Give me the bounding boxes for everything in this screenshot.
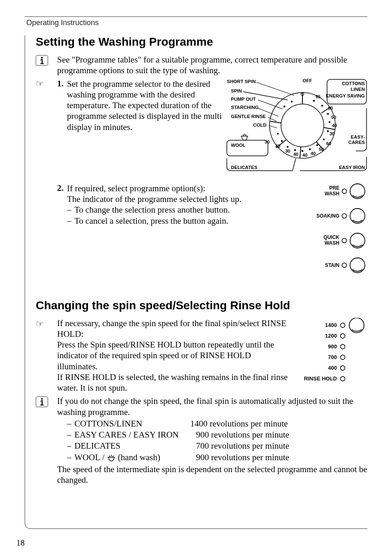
svg-point-70 <box>342 238 347 243</box>
svg-text:EASY-: EASY- <box>350 134 365 139</box>
svg-text:QUICK: QUICK <box>323 234 339 240</box>
svg-text:COTTONS: COTTONS <box>342 81 365 86</box>
spin-speed-diagram: 1400 1200 900 700 400 RINSE HOLD <box>289 318 367 394</box>
intro-text: See "Programme tables" for a suitable pr… <box>57 54 367 76</box>
def-cottons-value: 1400 revolutions per minute <box>190 418 288 429</box>
svg-text:PUMP OUT: PUMP OUT <box>231 97 256 102</box>
svg-text:PRE: PRE <box>329 185 339 191</box>
svg-point-85 <box>341 366 345 370</box>
svg-point-20 <box>302 150 304 152</box>
svg-text:WASH: WASH <box>325 240 339 246</box>
svg-point-77 <box>349 318 364 333</box>
svg-text:STAIN: STAIN <box>325 262 339 268</box>
svg-text:30: 30 <box>265 139 270 144</box>
svg-text:40: 40 <box>275 144 280 148</box>
svg-text:CARES: CARES <box>348 140 365 145</box>
svg-point-66 <box>342 213 347 218</box>
svg-line-9 <box>300 147 301 158</box>
svg-text:DELICATES: DELICATES <box>231 165 258 170</box>
tail-text: The speed of the intermediate spin is de… <box>57 464 367 486</box>
svg-text:WASH: WASH <box>325 191 339 197</box>
svg-point-3 <box>281 104 324 147</box>
svg-point-19 <box>309 148 311 150</box>
step-2-bullet-cancel: To cancel a selection, press the button … <box>74 215 228 227</box>
svg-point-63 <box>342 189 347 193</box>
svg-point-18 <box>316 144 318 146</box>
svg-point-16 <box>327 130 329 132</box>
svg-text:ENERGY SAVING: ENERGY SAVING <box>326 93 365 98</box>
svg-text:EASY IRON: EASY IRON <box>339 165 365 170</box>
svg-point-76 <box>341 323 345 327</box>
svg-text:900: 900 <box>328 343 337 349</box>
pointer-icon: ☞ <box>36 320 44 329</box>
svg-point-67 <box>350 208 365 223</box>
svg-point-73 <box>342 263 347 267</box>
svg-text:50: 50 <box>319 147 324 152</box>
svg-text:60: 60 <box>326 141 331 146</box>
step-1-number: 1. <box>57 79 67 89</box>
svg-text:OFF: OFF <box>303 78 312 83</box>
def-wool-label: WOOL / (hand wash) <box>74 452 160 463</box>
svg-point-25 <box>291 100 293 102</box>
svg-text:60: 60 <box>328 106 333 111</box>
svg-text:SHORT SPIN: SHORT SPIN <box>227 79 256 84</box>
svg-point-81 <box>341 344 345 349</box>
def-easycares-label: EASY CARES / EASY IRON <box>74 429 179 440</box>
programme-dial-diagram: SHORT SPIN SPIN PUMP OUT STARCHING GENTL… <box>226 76 367 175</box>
info-spin-default-text: If you do not change the spin speed, the… <box>57 396 367 417</box>
svg-text:40: 40 <box>302 153 307 158</box>
step-2-bullet-change: To change the selection press another bu… <box>74 204 230 215</box>
svg-point-71 <box>350 233 365 248</box>
svg-point-83 <box>341 355 345 359</box>
def-cottons-label: COTTONS/LINEN <box>74 418 142 429</box>
svg-text:SOAKING: SOAKING <box>316 213 339 219</box>
heading-setting-programme: Setting the Washing Programme <box>36 35 367 49</box>
svg-line-27 <box>256 82 294 95</box>
svg-text:SPIN: SPIN <box>231 88 242 93</box>
step-2-number: 2. <box>57 183 67 193</box>
svg-text:40: 40 <box>311 151 316 156</box>
svg-text:RINSE HOLD: RINSE HOLD <box>304 375 337 381</box>
svg-text:700: 700 <box>328 354 337 360</box>
step-2-indicator-text: The indicator of the programme selected … <box>67 194 296 204</box>
option-buttons-diagram: PRE WASH SOAKING QUICK WASH <box>304 182 367 289</box>
svg-text:WOOL: WOOL <box>231 143 246 148</box>
step-2-lead: If required, select programme option(s): <box>67 183 296 194</box>
svg-line-29 <box>258 100 283 109</box>
svg-text:50: 50 <box>331 115 336 120</box>
svg-line-11 <box>270 121 281 123</box>
svg-text:30: 30 <box>285 148 290 153</box>
spin-text-3: If RINSE HOLD is selected, the washing r… <box>57 372 289 394</box>
def-wool-value: 900 revolutions per minute <box>196 452 289 463</box>
svg-text:LINEN: LINEN <box>351 87 365 92</box>
svg-text:30: 30 <box>330 131 334 136</box>
heading-spin-speed: Changing the spin speed/Selecting Rinse … <box>36 299 367 312</box>
svg-point-23 <box>281 140 283 142</box>
svg-point-17 <box>323 138 325 140</box>
svg-line-31 <box>268 117 277 121</box>
svg-text:STARCHING: STARCHING <box>231 105 259 110</box>
svg-point-13 <box>321 104 323 107</box>
svg-point-22 <box>287 146 289 148</box>
svg-text:1200: 1200 <box>325 332 337 338</box>
svg-text:40: 40 <box>293 152 298 157</box>
svg-text:1400: 1400 <box>325 322 337 328</box>
spin-text-2: Press the Spin speed/RINSE HOLD button r… <box>57 339 289 372</box>
spin-text-1: If necessary, change the spin speed for … <box>57 318 289 340</box>
svg-point-15 <box>329 121 331 123</box>
svg-point-24 <box>277 132 279 134</box>
svg-point-79 <box>341 334 345 338</box>
page-number: 18 <box>16 538 25 548</box>
info-icon <box>36 396 48 407</box>
svg-point-64 <box>350 184 365 199</box>
svg-point-12 <box>313 100 315 102</box>
running-header: Operating Instructions <box>26 19 367 27</box>
svg-line-32 <box>269 125 277 128</box>
step-1-text: Set the programme selector to the desire… <box>67 79 223 132</box>
def-delicates-value: 700 revolutions per minute <box>196 440 289 452</box>
svg-point-26 <box>284 105 286 107</box>
svg-text:COLD: COLD <box>253 123 267 127</box>
svg-text:95: 95 <box>316 94 321 99</box>
svg-text:40: 40 <box>332 123 337 128</box>
svg-text:400: 400 <box>328 364 337 371</box>
